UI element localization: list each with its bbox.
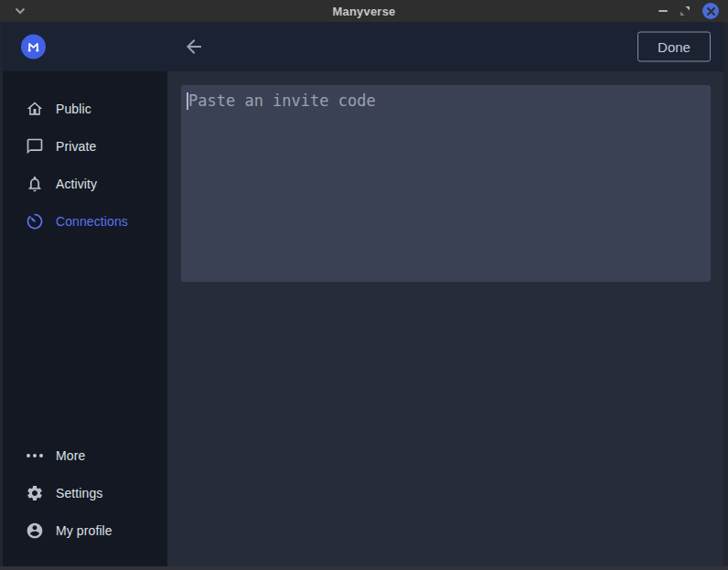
done-button[interactable]: Done <box>637 32 711 62</box>
sidebar-item-my-profile[interactable]: My profile <box>0 511 167 549</box>
sidebar-bottom-group: More Settings My profile <box>0 436 167 549</box>
sidebar-item-connections[interactable]: Connections <box>0 202 167 240</box>
app-header: Done <box>0 22 728 71</box>
sidebar-item-private[interactable]: Private <box>0 127 167 165</box>
gear-icon <box>26 484 44 502</box>
chat-bubble-icon <box>26 137 44 156</box>
bell-icon <box>26 175 44 193</box>
connections-icon <box>26 212 44 231</box>
manyverse-window: Manyverse Done <box>0 0 728 570</box>
text-caret <box>187 92 188 110</box>
sidebar-item-activity[interactable]: Activity <box>0 165 167 202</box>
titlebar: Manyverse <box>0 0 728 22</box>
app-body: Public Private Activity <box>0 71 728 570</box>
sidebar-item-more[interactable]: More <box>0 436 167 474</box>
manyverse-logo-icon <box>21 35 46 59</box>
restore-icon[interactable] <box>680 5 691 16</box>
sidebar-item-label: My profile <box>56 523 112 538</box>
close-icon[interactable] <box>702 3 719 19</box>
window-border-right <box>723 22 728 566</box>
window-border-bottom <box>0 566 728 570</box>
invite-textarea-wrap <box>181 85 711 282</box>
sidebar-item-label: Connections <box>56 214 128 229</box>
sidebar-item-label: Activity <box>56 177 97 191</box>
sidebar-item-label: More <box>56 448 85 463</box>
sidebar-spacer <box>0 240 167 436</box>
minimize-icon[interactable] <box>658 10 668 12</box>
home-icon <box>26 100 44 118</box>
sidebar-item-label: Public <box>56 102 91 116</box>
sidebar-item-label: Settings <box>56 486 102 500</box>
window-controls <box>658 0 719 22</box>
window-title: Manyverse <box>0 5 728 18</box>
sidebar-item-label: Private <box>56 139 96 154</box>
back-button[interactable] <box>182 35 206 59</box>
window-border-left <box>0 22 3 566</box>
main-content <box>167 71 728 570</box>
sidebar-item-settings[interactable]: Settings <box>0 474 167 511</box>
sidebar: Public Private Activity <box>0 71 167 570</box>
more-dots-icon <box>26 446 44 465</box>
profile-icon <box>26 522 44 540</box>
sidebar-item-public[interactable]: Public <box>0 90 167 127</box>
invite-code-input[interactable] <box>181 85 711 282</box>
